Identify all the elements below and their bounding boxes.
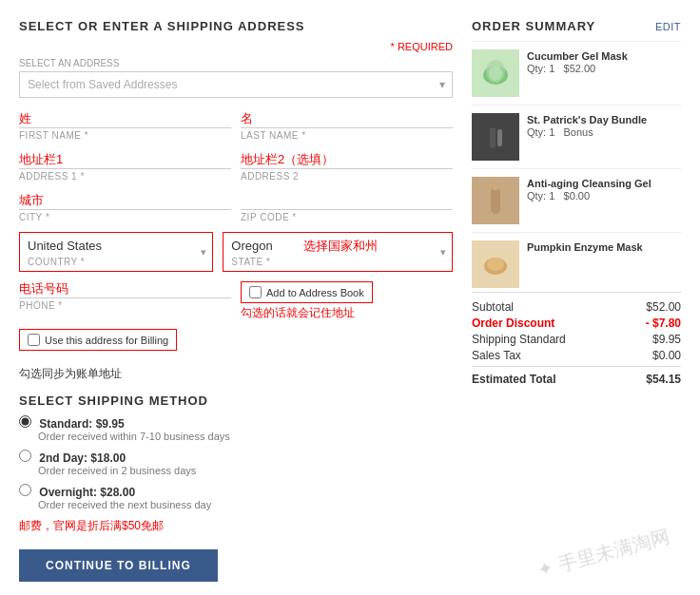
- tax-label: Sales Tax: [472, 349, 521, 362]
- city-input[interactable]: [19, 191, 231, 210]
- svg-rect-7: [493, 185, 498, 190]
- divider: [472, 292, 681, 293]
- item-image: [472, 240, 519, 288]
- cucumber-gel-mask-image: [476, 54, 515, 92]
- item-info: Pumpkin Enzyme Mask: [527, 240, 681, 254]
- shipping-2ndday-radio[interactable]: [19, 450, 31, 462]
- cleansing-gel-image: [476, 182, 515, 220]
- address2-input[interactable]: [241, 150, 453, 169]
- saved-address-dropdown-wrap: Select from Saved Addresses: [19, 71, 453, 98]
- continue-btn-wrap: CONTINUE TO BILLING: [19, 549, 453, 582]
- order-item: Cucumber Gel Mask Qty: 1 $52.00: [472, 42, 681, 106]
- address1-input[interactable]: [19, 150, 231, 169]
- first-name-label: FIRST NAME *: [19, 130, 231, 141]
- phone-address-book-row: PHONE * Add to Address Book 勾选的话就会记住地址: [19, 279, 453, 321]
- svg-point-9: [487, 258, 504, 271]
- item-info: Cucumber Gel Mask Qty: 1 $52.00: [527, 49, 681, 74]
- estimated-label: Estimated Total: [472, 373, 555, 386]
- zip-input[interactable]: [241, 191, 453, 210]
- city-label: CITY *: [19, 212, 231, 222]
- add-to-address-book-wrap: Add to Address Book: [241, 281, 373, 303]
- use-billing-section: Use this address for Billing 勾选同步为账单地址: [19, 329, 453, 382]
- state-label: STATE *: [231, 257, 444, 267]
- shipping-overnight-label[interactable]: Overnight: $28.00: [19, 486, 135, 499]
- state-wrap: Oregon 选择国家和州 STATE *: [223, 232, 453, 272]
- discount-row: Order Discount - $7.80: [472, 317, 681, 330]
- shipping-fee-note: 邮费，官网是折后满$50免邮: [19, 518, 453, 534]
- order-totals: Subtotal $52.00 Order Discount - $7.80 S…: [472, 300, 681, 386]
- shipping-standard-label[interactable]: Standard: $9.95: [19, 417, 125, 431]
- item-qty: Qty: 1 $0.00: [527, 190, 681, 202]
- address2-field: ADDRESS 2: [241, 150, 453, 182]
- left-panel: SELECT OR ENTER A SHIPPING ADDRESS * REQ…: [19, 19, 453, 582]
- phone-label: PHONE *: [19, 300, 231, 311]
- use-billing-note: 勾选同步为账单地址: [19, 366, 453, 382]
- state-select[interactable]: Oregon: [231, 237, 298, 255]
- item-name: Cucumber Gel Mask: [527, 49, 681, 63]
- zip-label: ZIP CODE *: [241, 212, 453, 222]
- estimated-value: $54.15: [646, 373, 681, 386]
- use-billing-label[interactable]: Use this address for Billing: [45, 335, 168, 346]
- country-state-row: United States COUNTRY * Oregon 选择国家和州 ST…: [19, 232, 453, 272]
- subtotal-row: Subtotal $52.00: [472, 300, 681, 314]
- country-wrap: United States COUNTRY *: [19, 232, 213, 272]
- shipping-label: Shipping Standard: [472, 333, 566, 346]
- use-billing-checkbox[interactable]: [28, 334, 40, 346]
- discount-label: Order Discount: [472, 317, 554, 330]
- shipping-value: $9.95: [652, 333, 681, 346]
- continue-to-billing-button[interactable]: CONTINUE TO BILLING: [19, 549, 218, 582]
- select-address-section: SELECT AN ADDRESS Select from Saved Addr…: [19, 58, 453, 98]
- edit-link[interactable]: EDIT: [655, 21, 681, 32]
- state-note: 选择国家和州: [303, 238, 378, 255]
- item-image: [472, 49, 519, 97]
- svg-point-2: [489, 66, 502, 81]
- shipping-overnight-radio[interactable]: [19, 484, 31, 496]
- saved-address-select[interactable]: Select from Saved Addresses: [19, 71, 453, 98]
- city-field: CITY *: [19, 191, 231, 222]
- order-item: Anti-aging Cleansing Gel Qty: 1 $0.00: [472, 169, 681, 233]
- address-row: ADDRESS 1 * ADDRESS 2: [19, 150, 453, 182]
- shipping-option-standard: Standard: $9.95 Order received within 7-…: [19, 415, 453, 442]
- svg-point-5: [489, 123, 496, 128]
- order-summary-panel: ORDER SUMMARY EDIT Cucumber Gel Mask Qty…: [472, 19, 681, 582]
- zip-field: ZIP CODE *: [241, 191, 453, 222]
- shipping-standard-radio[interactable]: [19, 415, 31, 428]
- item-image: [472, 177, 519, 224]
- last-name-label: LAST NAME *: [241, 130, 453, 141]
- select-address-label: SELECT AN ADDRESS: [19, 58, 453, 68]
- shipping-option-overnight: Overnight: $28.00 Order received the nex…: [19, 484, 453, 510]
- use-billing-wrap: Use this address for Billing: [19, 329, 177, 351]
- name-row: FIRST NAME * LAST NAME *: [19, 109, 453, 141]
- svg-rect-4: [497, 129, 502, 146]
- shipping-2ndday-sub: Order received in 2 business days: [38, 465, 453, 476]
- totals-divider: [472, 366, 681, 367]
- add-to-address-book-label[interactable]: Add to Address Book: [266, 287, 364, 298]
- subtotal-value: $52.00: [646, 300, 681, 314]
- item-name: Pumpkin Enzyme Mask: [527, 240, 681, 254]
- shipping-method-title: SELECT SHIPPING METHOD: [19, 393, 453, 408]
- discount-value: - $7.80: [646, 317, 681, 330]
- shipping-option-2nd-day: 2nd Day: $18.00 Order received in 2 busi…: [19, 450, 453, 476]
- address-book-note: 勾选的话就会记住地址: [241, 305, 453, 321]
- order-items-list: Cucumber Gel Mask Qty: 1 $52.00: [472, 41, 681, 288]
- pumpkin-mask-image: [476, 245, 515, 283]
- stpatricks-bundle-image: [476, 118, 515, 156]
- country-select[interactable]: United States: [28, 237, 204, 255]
- address2-label: ADDRESS 2: [241, 171, 453, 182]
- first-name-input[interactable]: [19, 109, 231, 128]
- first-name-field: FIRST NAME *: [19, 109, 231, 141]
- shipping-address-title: SELECT OR ENTER A SHIPPING ADDRESS: [19, 19, 453, 33]
- item-qty: Qty: 1 Bonus: [527, 126, 681, 138]
- phone-input[interactable]: [19, 279, 231, 298]
- city-zip-row: CITY * ZIP CODE *: [19, 191, 453, 222]
- address1-field: ADDRESS 1 *: [19, 150, 231, 182]
- item-name: St. Patrick's Day Bundle: [527, 113, 681, 126]
- address1-label: ADDRESS 1 *: [19, 171, 231, 182]
- item-info: Anti-aging Cleansing Gel Qty: 1 $0.00: [527, 177, 681, 202]
- add-to-address-book-checkbox[interactable]: [249, 286, 262, 298]
- order-summary-header: ORDER SUMMARY EDIT: [472, 19, 681, 33]
- last-name-input[interactable]: [241, 109, 453, 128]
- item-info: St. Patrick's Day Bundle Qty: 1 Bonus: [527, 113, 681, 138]
- shipping-2ndday-label[interactable]: 2nd Day: $18.00: [19, 451, 126, 465]
- tax-value: $0.00: [652, 349, 681, 362]
